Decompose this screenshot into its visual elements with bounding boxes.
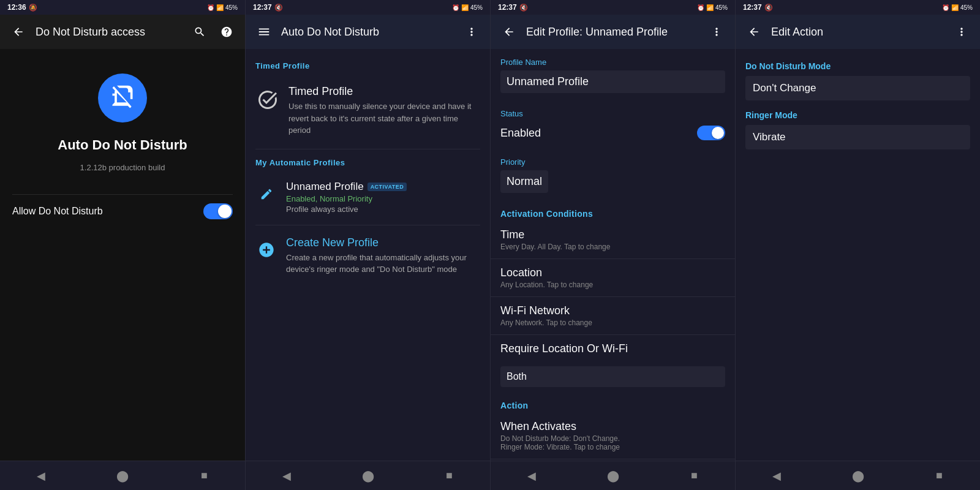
priority-value[interactable]: Normal (500, 170, 548, 193)
nav-square-btn-3[interactable]: ■ (682, 464, 707, 488)
status-left-1: 12:36 🔕 (7, 3, 37, 12)
timed-section-header: Timed Profile (255, 61, 480, 70)
status-right-1: ⏰ 📶 45% (207, 4, 238, 11)
timed-profile-info: Timed Profile Use this to manually silen… (288, 85, 480, 137)
alarm-icon-2: ⏰ (452, 4, 459, 11)
app-name: Auto Do Not Disturb (58, 137, 187, 153)
status-left-4: 12:37 🔇 (743, 3, 773, 12)
help-button[interactable] (217, 22, 236, 42)
back-button-4[interactable] (744, 22, 764, 42)
profile-item-detail: Profile always active (286, 205, 480, 214)
wifi-condition[interactable]: Wi-Fi Network Any Network. Tap to change (491, 297, 735, 335)
divider-2 (255, 225, 480, 225)
when-activates-label: When Activates (500, 420, 725, 433)
nav-home-btn-2[interactable]: ⬤ (356, 464, 380, 488)
back-button-3[interactable] (499, 22, 519, 42)
status-right-3: ⏰ 📶 45% (697, 4, 728, 11)
wifi-detail: Any Network. Tap to change (500, 318, 725, 327)
nav-square-btn-2[interactable]: ■ (437, 464, 462, 488)
more-button-3[interactable] (707, 22, 726, 42)
ringer-mode-value[interactable]: Vibrate (745, 125, 970, 149)
time-detail: Every Day. All Day. Tap to change (500, 243, 725, 251)
status-bar-3: 12:37 🔇 ⏰ 📶 45% (491, 0, 735, 15)
create-profile-desc: Create a new profile that automatically … (286, 252, 480, 276)
top-bar-2: Auto Do Not Disturb (246, 15, 490, 49)
status-label: Status (500, 109, 725, 118)
timed-profile-desc: Use this to manually silence your device… (288, 100, 480, 137)
when-activates-row[interactable]: When Activates Do Not Disturb Mode: Don'… (491, 413, 735, 459)
nav-home-btn-3[interactable]: ⬤ (601, 464, 625, 488)
search-button[interactable] (190, 22, 209, 42)
nav-bar-1: ◀ ⬤ ■ (0, 461, 245, 490)
panel-edit-profile: 12:37 🔇 ⏰ 📶 45% Edit Profile: Unnamed Pr… (490, 0, 735, 490)
timed-profile-card[interactable]: Timed Profile Use this to manually silen… (255, 78, 480, 144)
edit-pencil-icon (255, 183, 277, 205)
status-bar-1: 12:36 🔕 ⏰ 📶 45% (0, 0, 245, 15)
status-time-2: 12:37 (253, 3, 272, 12)
allow-dnd-row: Allow Do Not Disturb (12, 194, 233, 228)
create-profile-info: Create New Profile Create a new profile … (286, 236, 480, 276)
require-condition[interactable]: Require Location Or Wi-Fi (491, 335, 735, 364)
panel-3-content: Profile Name Unnamed Profile Status Enab… (491, 49, 735, 461)
battery-2: 45% (470, 4, 483, 11)
panel-2-content: Timed Profile Timed Profile Use this to … (246, 49, 490, 461)
profile-item-status: Enabled, Normal Priority (286, 194, 480, 203)
status-toggle-knob (712, 127, 724, 139)
timed-profile-title: Timed Profile (288, 85, 480, 98)
more-button-4[interactable] (952, 22, 971, 42)
time-condition[interactable]: Time Every Day. All Day. Tap to change (491, 221, 735, 259)
top-bar-4: Edit Action (736, 15, 980, 49)
require-value[interactable]: Both (500, 366, 725, 387)
status-time-1: 12:36 (7, 3, 26, 12)
nav-home-btn-1[interactable]: ⬤ (110, 464, 135, 488)
status-row: Enabled (500, 122, 725, 144)
nav-back-btn-1[interactable]: ◀ (29, 464, 53, 488)
mute-icon-4: 🔇 (764, 4, 773, 12)
nav-bar-3: ◀ ⬤ ■ (491, 461, 735, 490)
battery-4: 45% (960, 4, 973, 11)
dnd-mode-value[interactable]: Don't Change (745, 76, 970, 100)
status-right-2: ⏰ 📶 45% (452, 4, 483, 11)
nav-bar-2: ◀ ⬤ ■ (246, 461, 490, 490)
nav-back-btn-4[interactable]: ◀ (764, 464, 789, 488)
nav-square-btn-1[interactable]: ■ (192, 464, 216, 488)
nav-back-btn-3[interactable]: ◀ (519, 464, 544, 488)
volume-icon: 🔕 (29, 4, 37, 12)
more-button-2[interactable] (462, 22, 481, 42)
top-bar-3: Edit Profile: Unnamed Profile (491, 15, 735, 49)
panel-1-content: Auto Do Not Disturb 1.2.12b production b… (0, 49, 245, 461)
create-profile-item[interactable]: Create New Profile Create a new profile … (255, 230, 480, 282)
nav-home-btn-4[interactable]: ⬤ (846, 464, 870, 488)
panel-edit-action: 12:37 🔇 ⏰ 📶 45% Edit Action Do Not Distu… (735, 0, 980, 490)
require-label: Require Location Or Wi-Fi (500, 342, 725, 355)
location-condition[interactable]: Location Any Location. Tap to change (491, 259, 735, 297)
priority-label: Priority (500, 157, 725, 167)
status-section: Status Enabled (491, 100, 735, 149)
menu-button[interactable] (254, 22, 274, 42)
status-time-4: 12:37 (743, 3, 762, 12)
signal-icon-3: 📶 (706, 4, 714, 11)
unnamed-profile-item[interactable]: Unnamed Profile ACTIVATED Enabled, Norma… (255, 175, 480, 220)
allow-dnd-toggle[interactable] (203, 203, 233, 219)
timed-profile-icon (255, 88, 280, 112)
status-left-3: 12:37 🔇 (498, 3, 528, 12)
profile-name-section: Profile Name Unnamed Profile (491, 49, 735, 100)
alarm-icon: ⏰ (207, 4, 214, 11)
unnamed-profile-info: Unnamed Profile ACTIVATED Enabled, Norma… (286, 181, 480, 214)
wifi-label: Wi-Fi Network (500, 304, 725, 317)
back-button-1[interactable] (9, 22, 28, 42)
app-icon (98, 74, 147, 123)
nav-square-btn-4[interactable]: ■ (927, 464, 952, 488)
unnamed-profile-name: Unnamed Profile ACTIVATED (286, 181, 480, 193)
when-activates-detail: Do Not Disturb Mode: Don't Change. Ringe… (500, 434, 725, 451)
status-right-4: ⏰ 📶 45% (942, 4, 973, 11)
mute-icon-2: 🔇 (274, 4, 283, 12)
my-profiles-header: My Automatic Profiles (255, 158, 480, 167)
signal-icon-4: 📶 (951, 4, 959, 11)
location-label: Location (500, 266, 725, 279)
profile-name-value[interactable]: Unnamed Profile (500, 70, 725, 93)
page-title-4: Edit Action (771, 26, 944, 39)
status-toggle[interactable] (697, 126, 725, 140)
nav-back-btn-2[interactable]: ◀ (274, 464, 299, 488)
add-circle-icon (255, 239, 277, 261)
